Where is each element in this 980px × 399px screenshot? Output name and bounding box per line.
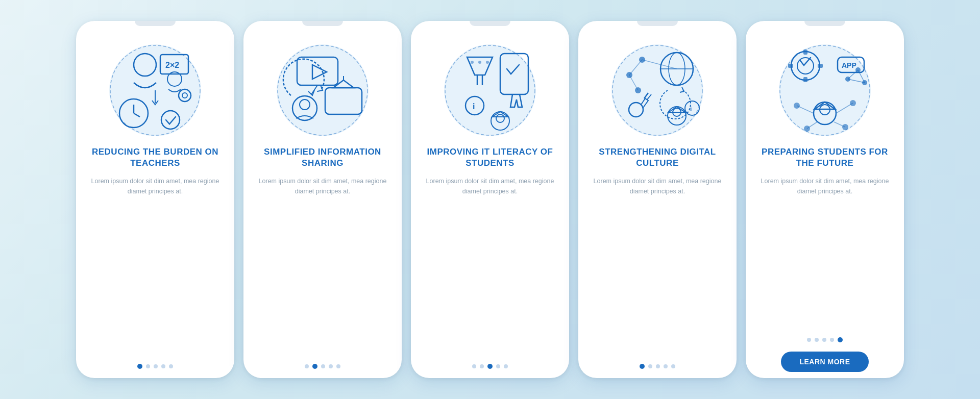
card-5-content: PREPARING STUDENTS FOR THE FUTURE Lorem … xyxy=(746,146,904,378)
dot-1-4 xyxy=(161,364,165,368)
phone-notch-5 xyxy=(804,21,845,26)
dot-4-3 xyxy=(656,364,660,368)
card-2-content: SIMPLIFIED INFORMATION SHARING Lorem ips… xyxy=(243,146,402,378)
svg-text:2×2: 2×2 xyxy=(165,61,179,69)
card-4-title: STRENGTHENING DIGITAL CULTURE xyxy=(591,146,724,169)
card-future-students: APP xyxy=(746,21,904,378)
dot-5-3 xyxy=(822,338,826,342)
dot-1-3 xyxy=(154,364,158,368)
card-3-content: IMPROVING IT LITERACY OF STUDENTS Lorem … xyxy=(411,146,569,378)
dot-3-5 xyxy=(504,364,508,368)
card-2-dots xyxy=(305,364,340,369)
illustration-it-literacy: i xyxy=(434,34,546,146)
dot-4-4 xyxy=(664,364,668,368)
dot-4-5 xyxy=(671,364,675,368)
card-3-title: IMPROVING IT LITERACY OF STUDENTS xyxy=(423,146,557,169)
cards-container: 2×2 REDUCING TH xyxy=(66,11,914,388)
card-2-body: Lorem ipsum dolor sit dim amet, mea regi… xyxy=(256,176,389,196)
svg-point-35 xyxy=(478,61,481,64)
card-it-literacy: i IMPROVING IT LITERACY OF STUDENTS Lore… xyxy=(411,21,569,378)
dot-5-4 xyxy=(830,338,834,342)
dot-2-4 xyxy=(329,364,333,368)
svg-point-36 xyxy=(486,61,489,64)
card-1-title: REDUCING THE BURDEN ON TEACHERS xyxy=(88,146,222,169)
card-4-dots xyxy=(640,364,675,369)
svg-rect-61 xyxy=(788,64,793,68)
dot-3-1 xyxy=(472,364,476,368)
illustration-info-sharing xyxy=(266,34,379,146)
illustration-digital-culture: i xyxy=(601,34,714,146)
card-3-dots xyxy=(472,364,508,369)
svg-rect-60 xyxy=(803,77,807,82)
dot-2-2 xyxy=(312,364,317,369)
card-5-body: Lorem ipsum dolor sit dim amet, mea regi… xyxy=(758,176,892,196)
card-1-dots xyxy=(137,364,173,369)
card-2-title: SIMPLIFIED INFORMATION SHARING xyxy=(256,146,389,169)
dot-5-5 xyxy=(838,337,843,342)
dot-2-5 xyxy=(336,364,340,368)
svg-rect-62 xyxy=(818,64,823,68)
card-reducing-burden: 2×2 REDUCING TH xyxy=(76,21,234,378)
learn-more-button[interactable]: LEARN MORE xyxy=(781,352,868,372)
svg-point-34 xyxy=(471,61,474,64)
illustration-future: APP xyxy=(769,34,881,146)
card-4-content: STRENGTHENING DIGITAL CULTURE Lorem ipsu… xyxy=(578,146,737,378)
card-1-content: REDUCING THE BURDEN ON TEACHERS Lorem ip… xyxy=(76,146,234,378)
dot-2-1 xyxy=(305,364,309,368)
card-4-body: Lorem ipsum dolor sit dim amet, mea regi… xyxy=(591,176,724,196)
svg-text:i: i xyxy=(473,102,475,111)
card-5-dots xyxy=(807,337,843,342)
dot-1-2 xyxy=(146,364,150,368)
dot-3-4 xyxy=(496,364,500,368)
dot-2-3 xyxy=(321,364,325,368)
phone-notch-2 xyxy=(302,21,343,26)
dot-4-1 xyxy=(640,364,645,369)
illustration-teachers: 2×2 xyxy=(99,34,211,146)
card-info-sharing: SIMPLIFIED INFORMATION SHARING Lorem ips… xyxy=(243,21,402,378)
phone-notch-4 xyxy=(637,21,678,26)
card-5-title: PREPARING STUDENTS FOR THE FUTURE xyxy=(758,146,892,169)
dot-5-2 xyxy=(815,338,819,342)
dot-4-2 xyxy=(648,364,652,368)
dot-3-2 xyxy=(480,364,484,368)
phone-notch-3 xyxy=(470,21,510,26)
svg-text:APP: APP xyxy=(842,61,856,69)
dot-1-1 xyxy=(137,364,142,369)
card-3-body: Lorem ipsum dolor sit dim amet, mea regi… xyxy=(423,176,557,196)
card-digital-culture: i STRENGTHENING DIGITAL CULTURE Lorem ip… xyxy=(578,21,737,378)
svg-point-23 xyxy=(444,44,536,136)
dot-3-3 xyxy=(487,364,493,369)
dot-1-5 xyxy=(169,364,173,368)
dot-5-1 xyxy=(807,338,811,342)
phone-notch-1 xyxy=(135,21,176,26)
card-1-body: Lorem ipsum dolor sit dim amet, mea regi… xyxy=(88,176,222,196)
